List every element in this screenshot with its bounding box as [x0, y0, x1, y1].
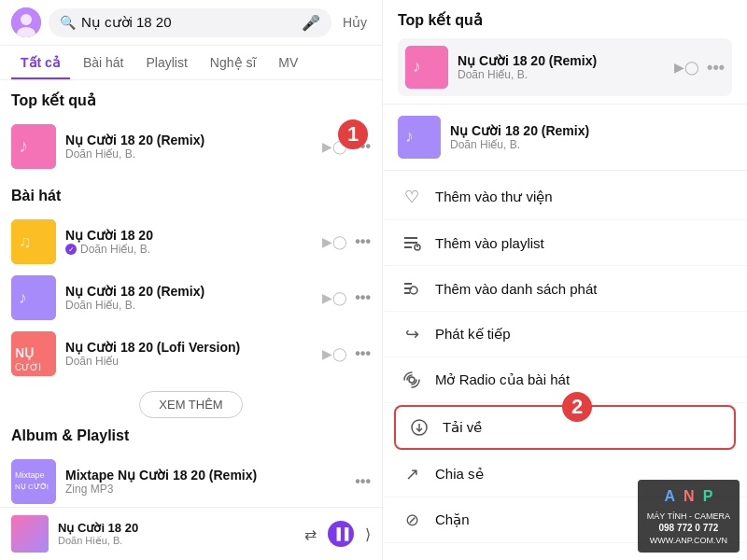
heart-icon: ♡ — [402, 187, 422, 207]
menu-add-playlist[interactable]: Thêm vào playlist — [383, 220, 747, 266]
top-result-info: Nụ Cười 18 20 (Remix) Doãn Hiếu, B. — [65, 133, 313, 161]
player-controls: ⇄ ▐▐ ⟩ — [304, 521, 371, 547]
song-artist-1: Doãn Hiếu, B. — [65, 299, 313, 312]
right-more-icon[interactable]: ••• — [707, 58, 725, 77]
right-top-actions: ▶◯ ••• — [674, 58, 725, 77]
anp-p: P — [700, 485, 716, 508]
play-next-icon: ↪ — [402, 324, 422, 344]
next-icon[interactable]: ⟩ — [365, 525, 371, 543]
svg-text:NỤ CƯỜI: NỤ CƯỜI — [15, 483, 49, 491]
watermark-line3: WWW.ANP.COM.VN — [647, 535, 730, 547]
see-more-button[interactable]: XEM THÊM — [139, 391, 242, 418]
album-thumb-0: Mixtape NỤ CƯỜI — [11, 459, 56, 504]
song-item-2[interactable]: NỤ CƯỜI Nụ Cười 18 20 (Lofi Version) Doã… — [11, 326, 371, 382]
song-actions-1: ▶◯ ••• — [322, 289, 371, 306]
album-item-0[interactable]: Mixtape NỤ CƯỜI Mixtape Nụ Cười 18 20 (R… — [11, 454, 371, 507]
tab-mv[interactable]: MV — [269, 46, 307, 79]
svg-text:♫: ♫ — [19, 232, 32, 251]
top-result-artist: Doãn Hiếu, B. — [65, 147, 313, 161]
shuffle-icon[interactable]: ⇄ — [304, 525, 317, 543]
more-icon-1[interactable]: ••• — [355, 289, 371, 306]
album-info-0: Mixtape Nụ Cười 18 20 (Remix) Zing MP3 — [65, 468, 345, 496]
svg-text:Mixtape: Mixtape — [15, 470, 45, 480]
anp-logo: A N P — [647, 485, 730, 508]
more-icon-2[interactable]: ••• — [355, 345, 371, 362]
more-icon-0[interactable]: ••• — [355, 233, 371, 250]
svg-point-32 — [409, 377, 415, 383]
right-top-thumb: ♪ — [405, 46, 448, 89]
menu-add-library[interactable]: ♡ Thêm vào thư viện — [383, 175, 747, 220]
mic-icon[interactable]: 🎤 — [302, 14, 320, 32]
player-song: Nụ Cười 18 20 — [58, 521, 295, 535]
right-top-artist: Doãn Hiếu, B. — [458, 68, 665, 81]
song-detail: ♪ Nụ Cười 18 20 (Remix) Doãn Hiếu, B. — [383, 105, 747, 171]
play-button[interactable]: ▐▐ — [328, 521, 354, 547]
right-top-item[interactable]: ♪ Nụ Cười 18 20 (Remix) Doãn Hiếu, B. ▶◯… — [398, 38, 732, 96]
player-thumb — [11, 515, 49, 553]
download-icon — [409, 417, 430, 438]
radio-icon — [402, 370, 422, 390]
menu-label-download: Tải về — [443, 419, 482, 436]
song-thumb-0: ♫ — [11, 219, 56, 264]
menu-label-next: Phát kế tiếp — [435, 326, 511, 343]
album-name-0: Mixtape Nụ Cười 18 20 (Remix) — [65, 468, 345, 483]
player-info: Nụ Cười 18 20 Doãn Hiếu, B. — [58, 521, 295, 547]
avatar[interactable] — [11, 7, 41, 37]
menu-label-block: Chặn — [435, 511, 470, 528]
menu-play-next[interactable]: ↪ Phát kế tiếp — [383, 312, 747, 357]
top-result-thumb: ♪ — [11, 124, 56, 169]
player-bar: Nụ Cười 18 20 Doãn Hiếu, B. ⇄ ▐▐ ⟩ — [0, 507, 382, 560]
top-result-title: Top kết quả — [11, 91, 371, 109]
svg-rect-19 — [405, 46, 448, 89]
watermark-line1: MÁY TÍNH - CAMERA — [647, 511, 730, 523]
play-icon-1[interactable]: ▶◯ — [322, 290, 347, 305]
cancel-button[interactable]: Hủy — [339, 15, 371, 30]
right-title: Top kết quả — [398, 11, 732, 29]
detail-thumb: ♪ — [398, 116, 441, 159]
album-artist-0: Zing MP3 — [65, 483, 345, 496]
right-panel: Top kết quả ♪ Nụ Cười 18 20 (Remix) Doãn… — [383, 0, 747, 560]
svg-rect-21 — [398, 116, 441, 159]
top-result-item[interactable]: ♪ Nụ Cười 18 20 (Remix) Doãn Hiếu, B. ▶◯… — [11, 119, 371, 175]
watermark-line2: 098 772 0 772 — [647, 522, 730, 535]
song-item-1[interactable]: ♪ Nụ Cười 18 20 (Remix) Doãn Hiếu, B. ▶◯… — [11, 270, 371, 326]
svg-text:NỤ: NỤ — [15, 345, 34, 360]
tab-artist[interactable]: Nghệ sĩ — [201, 46, 265, 79]
menu-add-queue[interactable]: Thêm vào danh sách phát — [383, 266, 747, 312]
play-icon-2[interactable]: ▶◯ — [322, 346, 347, 361]
tab-all[interactable]: Tất cả — [11, 46, 70, 79]
menu-label-library: Thêm vào thư viện — [435, 189, 553, 205]
song-actions-2: ▶◯ ••• — [322, 345, 371, 362]
song-item-0[interactable]: ♫ Nụ Cười 18 20 ✓ Doãn Hiếu, B. ▶◯ ••• — [11, 214, 371, 270]
svg-text:♪: ♪ — [19, 135, 28, 156]
svg-text:♪: ♪ — [405, 127, 414, 146]
song-name-0: Nụ Cười 18 20 — [65, 228, 313, 243]
detail-artist: Doãn Hiếu, B. — [450, 138, 732, 151]
album-more-0[interactable]: ••• — [355, 473, 371, 490]
albums-title: Album & Playlist — [11, 427, 371, 444]
tab-song[interactable]: Bài hát — [74, 46, 134, 79]
album-actions-0: ••• — [355, 473, 371, 490]
search-container[interactable]: 🔍 🎤 — [49, 8, 331, 37]
song-thumb-2: NỤ CƯỜI — [11, 331, 56, 376]
label-number-2: 2 — [562, 392, 592, 422]
detail-item: ♪ Nụ Cười 18 20 (Remix) Doãn Hiếu, B. — [398, 116, 732, 159]
search-input[interactable] — [81, 15, 296, 31]
menu-label-playlist: Thêm vào playlist — [435, 235, 544, 251]
playlist-icon — [402, 232, 422, 253]
watermark: A N P MÁY TÍNH - CAMERA 098 772 0 772 WW… — [638, 480, 740, 553]
song-artist-2: Doãn Hiếu — [65, 355, 313, 368]
anp-n: N — [681, 485, 698, 508]
player-artist: Doãn Hiếu, B. — [58, 535, 295, 547]
right-play-icon[interactable]: ▶◯ — [674, 60, 699, 75]
right-top-info: Nụ Cười 18 20 (Remix) Doãn Hiếu, B. — [458, 53, 665, 81]
menu-label-queue: Thêm vào danh sách phát — [435, 281, 597, 297]
svg-text:♪: ♪ — [413, 57, 421, 76]
song-info-1: Nụ Cười 18 20 (Remix) Doãn Hiếu, B. — [65, 284, 313, 312]
song-thumb-1: ♪ — [11, 275, 56, 320]
song-info-2: Nụ Cười 18 20 (Lofi Version) Doãn Hiếu — [65, 340, 313, 368]
tab-playlist[interactable]: Playlist — [136, 46, 196, 79]
play-icon-0[interactable]: ▶◯ — [322, 234, 347, 249]
menu-label-share: Chia sẻ — [435, 466, 484, 483]
song-name-2: Nụ Cười 18 20 (Lofi Version) — [65, 340, 313, 355]
